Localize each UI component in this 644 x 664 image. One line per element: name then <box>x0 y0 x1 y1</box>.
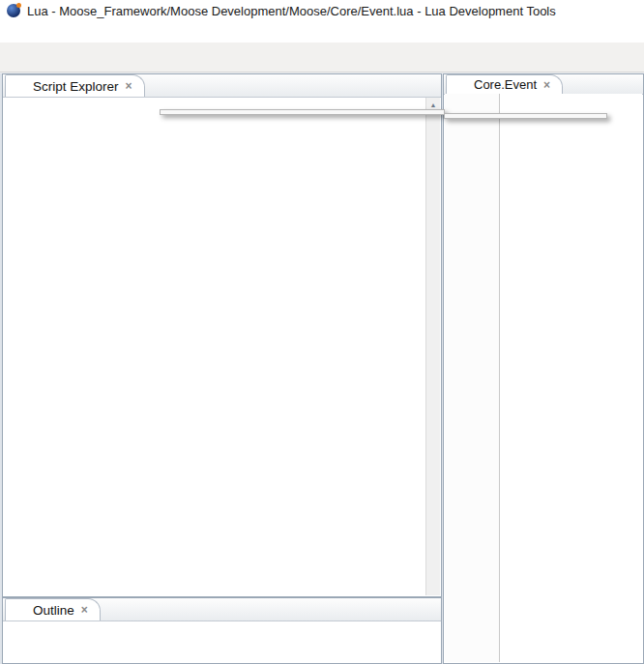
line-number-ruler[interactable] <box>445 94 500 662</box>
outline-title: Outline <box>33 603 74 618</box>
close-icon[interactable]: × <box>81 603 88 617</box>
app-window: Lua - Moose_Framework/Moose Development/… <box>0 0 644 664</box>
script-explorer-title: Script Explorer <box>33 79 119 94</box>
window-title: Lua - Moose_Framework/Moose Development/… <box>27 4 556 18</box>
menu-bar <box>0 21 644 43</box>
editor-view: Core.Event × <box>443 73 644 664</box>
title-bar: Lua - Moose_Framework/Moose Development/… <box>0 0 644 21</box>
project-tree <box>4 98 426 595</box>
outline-header: Outline × <box>3 598 441 621</box>
editor-tab-strip: Core.Event × <box>444 74 643 95</box>
tab-core-event[interactable]: Core.Event × <box>446 74 563 94</box>
tab-script-explorer[interactable]: Script Explorer × <box>5 74 145 97</box>
outline-view: Outline × <box>2 597 442 664</box>
app-icon <box>7 4 20 17</box>
tab-outline[interactable]: Outline × <box>5 598 101 621</box>
code-editor[interactable] <box>445 94 642 662</box>
workbench: Script Explorer × ▲ Outline × <box>0 73 644 664</box>
editor-tab-title: Core.Event <box>474 77 537 92</box>
code-area[interactable] <box>501 94 642 662</box>
context-menu <box>160 109 445 115</box>
close-icon[interactable]: × <box>126 79 132 93</box>
tree-scrollbar[interactable]: ▲ <box>425 98 440 595</box>
new-submenu <box>444 113 607 119</box>
script-explorer-header: Script Explorer × <box>3 74 441 98</box>
main-toolbar <box>0 43 644 72</box>
close-icon[interactable]: × <box>543 78 550 92</box>
script-explorer-view: Script Explorer × ▲ <box>2 73 442 597</box>
script-explorer-toolbar <box>438 94 441 97</box>
